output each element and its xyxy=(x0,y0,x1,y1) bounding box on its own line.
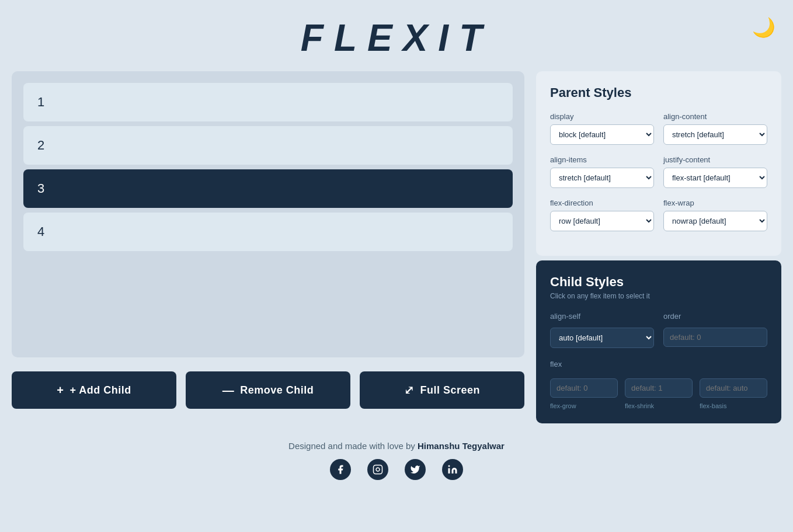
flex-wrap-select[interactable]: nowrap [default] wrap wrap-reverse xyxy=(663,211,767,231)
flex-direction-wrap-row: flex-direction row [default] row-reverse… xyxy=(550,199,767,231)
social-icons xyxy=(0,459,793,480)
align-items-group: align-items stretch [default] flex-start… xyxy=(550,155,654,188)
align-items-justify-content-row: align-items stretch [default] flex-start… xyxy=(550,155,767,188)
flex-container: 1234 xyxy=(12,71,524,357)
align-content-label: align-content xyxy=(663,112,767,121)
order-input[interactable] xyxy=(663,328,767,347)
align-self-select[interactable]: auto [default] flex-start flex-end cente… xyxy=(550,328,654,348)
flex-shrink-input[interactable] xyxy=(625,378,693,398)
flex-group: flex flex-grow flex-shrink flex-basis xyxy=(550,359,767,409)
svg-point-2 xyxy=(448,465,450,467)
svg-rect-0 xyxy=(374,465,382,474)
align-items-select[interactable]: stretch [default] flex-start flex-end ce… xyxy=(550,168,654,188)
flex-preview-panel: 1234 + + Add Child — Remove Child ⤢ Full… xyxy=(12,71,524,423)
flex-basis-input[interactable] xyxy=(700,378,767,398)
flex-grow-label: flex-grow xyxy=(550,402,618,409)
display-label: display xyxy=(550,112,654,121)
plus-icon: + xyxy=(57,384,64,397)
flex-direction-select[interactable]: row [default] row-reverse column column-… xyxy=(550,211,654,231)
twitter-icon[interactable] xyxy=(405,459,426,480)
flex-inputs-row: flex-grow flex-shrink flex-basis xyxy=(550,378,767,409)
align-items-label: align-items xyxy=(550,155,654,164)
main-content: 1234 + + Add Child — Remove Child ⤢ Full… xyxy=(0,71,793,423)
flex-shrink-group: flex-shrink xyxy=(625,378,693,409)
justify-content-select[interactable]: flex-start [default] flex-end center spa… xyxy=(663,168,767,188)
align-self-group: align-self auto [default] flex-start fle… xyxy=(550,312,654,348)
flex-shrink-label: flex-shrink xyxy=(625,402,693,409)
remove-child-label: Remove Child xyxy=(240,384,314,397)
flex-item[interactable]: 2 xyxy=(23,126,513,165)
flex-basis-label: flex-basis xyxy=(700,402,767,409)
child-styles-subtitle: Click on any flex item to select it xyxy=(550,292,767,300)
footer: Designed and made with love by Himanshu … xyxy=(0,423,793,492)
order-label: order xyxy=(663,312,767,321)
child-styles-card: Child Styles Click on any flex item to s… xyxy=(536,260,781,423)
full-screen-label: Full Screen xyxy=(420,384,480,397)
parent-styles-card: Parent Styles display block [default] fl… xyxy=(536,71,781,256)
styles-panel: Parent Styles display block [default] fl… xyxy=(536,71,781,423)
flex-wrap-group: flex-wrap nowrap [default] wrap wrap-rev… xyxy=(663,199,767,231)
flex-item[interactable]: 4 xyxy=(23,213,513,251)
align-content-group: align-content stretch [default] flex-sta… xyxy=(663,112,767,145)
justify-content-label: justify-content xyxy=(663,155,767,164)
flex-grow-input[interactable] xyxy=(550,378,618,398)
facebook-icon[interactable] xyxy=(330,459,351,480)
flex-label: flex xyxy=(550,360,562,368)
minus-icon: — xyxy=(222,384,235,397)
align-content-select[interactable]: stretch [default] flex-start flex-end ce… xyxy=(663,124,767,145)
flex-grow-group: flex-grow xyxy=(550,378,618,409)
flex-wrap-label: flex-wrap xyxy=(663,199,767,207)
footer-author: Himanshu Tegyalwar xyxy=(418,441,505,451)
full-screen-button[interactable]: ⤢ Full Screen xyxy=(360,371,524,409)
flex-direction-label: flex-direction xyxy=(550,199,654,207)
header: FLEXIT 🌙 xyxy=(0,0,793,71)
instagram-icon[interactable] xyxy=(367,459,388,480)
footer-text: Designed and made with love by Himanshu … xyxy=(0,441,793,451)
dark-mode-button[interactable]: 🌙 xyxy=(752,16,775,39)
child-styles-title: Child Styles xyxy=(550,274,767,290)
remove-child-button[interactable]: — Remove Child xyxy=(186,371,350,409)
flex-direction-group: flex-direction row [default] row-reverse… xyxy=(550,199,654,231)
display-group: display block [default] flex inline-flex… xyxy=(550,112,654,145)
add-child-button[interactable]: + + Add Child xyxy=(12,371,176,409)
flex-item[interactable]: 1 xyxy=(23,83,513,121)
align-self-order-row: align-self auto [default] flex-start fle… xyxy=(550,312,767,348)
display-select[interactable]: block [default] flex inline-flex inline xyxy=(550,124,654,145)
parent-styles-title: Parent Styles xyxy=(550,85,767,100)
display-align-content-row: display block [default] flex inline-flex… xyxy=(550,112,767,145)
order-group: order xyxy=(663,312,767,348)
linkedin-icon[interactable] xyxy=(442,459,463,480)
justify-content-group: justify-content flex-start [default] fle… xyxy=(663,155,767,188)
action-buttons: + + Add Child — Remove Child ⤢ Full Scre… xyxy=(12,371,524,409)
app-title: FLEXIT xyxy=(301,16,492,60)
flex-basis-group: flex-basis xyxy=(700,378,767,409)
add-child-label: + Add Child xyxy=(69,384,131,397)
fullscreen-icon: ⤢ xyxy=(404,383,415,397)
flex-item[interactable]: 3 xyxy=(23,169,513,208)
align-self-label: align-self xyxy=(550,312,654,321)
